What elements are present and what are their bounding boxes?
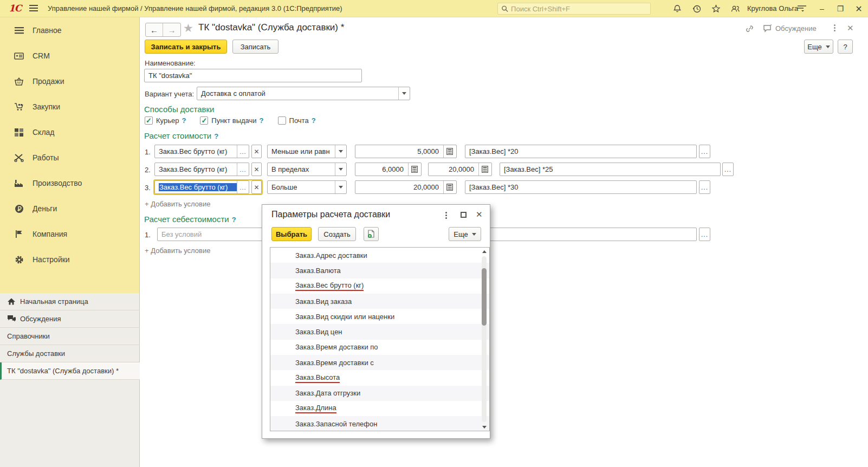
list-item[interactable]: Заказ.Вид заказа	[270, 294, 489, 309]
current-user[interactable]: Круглова Ольга	[747, 4, 798, 12]
chevron-down-icon[interactable]	[335, 163, 346, 176]
formula-field-1[interactable]: [Заказ.Вес] *20	[465, 145, 697, 158]
list-item[interactable]: Заказ.Вид скидки или наценки	[270, 309, 489, 324]
list-item[interactable]: Заказ.Запасной телефон	[270, 416, 489, 431]
select-button[interactable]: Выбрать	[271, 227, 312, 241]
condition-field-3[interactable]: Заказ.Вес брутто (кг) ...	[154, 180, 249, 194]
formula-choose-button[interactable]: ...	[722, 163, 734, 176]
list-item[interactable]: Заказ.Время доставки с	[270, 355, 489, 370]
name-field[interactable]: ТК "dostavka"	[144, 69, 362, 82]
calculator-icon[interactable]	[408, 163, 420, 176]
mail-help-icon[interactable]: ?	[312, 116, 316, 125]
chevron-down-icon[interactable]	[335, 145, 346, 158]
scroll-up-icon[interactable]	[482, 249, 487, 254]
footer-item-discussions[interactable]: Обсуждения	[0, 310, 140, 328]
value-to-field[interactable]: 20,0000	[428, 163, 492, 176]
sidebar-item-works[interactable]: Работы	[0, 147, 140, 168]
cost-price-help-icon[interactable]: ?	[232, 216, 236, 224]
copy-link-icon[interactable]	[746, 25, 754, 33]
footer-item-current-form-tab[interactable]: ТК "dostavka" (Служба доставки) *	[0, 362, 140, 380]
create-button[interactable]: Создать	[318, 227, 356, 241]
search-input[interactable]	[511, 5, 647, 13]
window-close-button[interactable]: ✕	[853, 3, 865, 14]
list-item[interactable]: Заказ.Вес брутто (кг)	[270, 278, 489, 294]
favorites-star-icon[interactable]	[710, 4, 721, 14]
sidebar-item-company[interactable]: Компания	[0, 223, 140, 245]
formula-choose-button[interactable]: ...	[699, 228, 710, 241]
account-variant-select[interactable]: Доставка с оплатой	[197, 87, 410, 100]
dialog-maximize-icon[interactable]	[461, 212, 467, 218]
value-field-1[interactable]: 5,0000	[355, 145, 457, 158]
clear-button[interactable]: ✕	[251, 163, 262, 176]
footer-item-delivery-services[interactable]: Службы доставки	[0, 345, 140, 362]
add-condition-link[interactable]: + Добавить условие	[145, 247, 210, 255]
service-menu-icon[interactable]	[796, 4, 807, 12]
pickup-help-icon[interactable]: ?	[260, 116, 264, 125]
calculator-icon[interactable]	[478, 163, 490, 176]
sidebar-item-money[interactable]: Деньги	[0, 198, 140, 219]
list-scrollbar[interactable]	[481, 249, 488, 430]
forward-button[interactable]: →	[163, 23, 180, 36]
sidebar-item-purchases[interactable]: Закупки	[0, 96, 140, 118]
history-icon[interactable]	[691, 4, 702, 14]
condition-field-1[interactable]: Заказ.Вес брутто (кг) ...	[154, 145, 249, 158]
minimize-button[interactable]: –	[816, 3, 828, 14]
sidebar-item-main[interactable]: Главное	[0, 20, 140, 41]
pickup-point-checkbox[interactable]: ✓Пункт выдачи?	[200, 116, 263, 125]
cost-calc-help-icon[interactable]: ?	[214, 132, 218, 140]
courier-help-icon[interactable]: ?	[182, 116, 186, 125]
list-item[interactable]: Заказ.Дата отгрузки	[270, 386, 489, 401]
add-condition-link[interactable]: + Добавить условие	[145, 200, 210, 208]
list-item[interactable]: Заказ.Вид цен	[270, 324, 489, 339]
sidebar-item-warehouse[interactable]: Склад	[0, 121, 140, 143]
footer-item-directories[interactable]: Справочники	[0, 328, 140, 345]
dialog-more-button[interactable]: Еще	[449, 227, 481, 241]
dialog-kebab-menu-icon[interactable]	[445, 212, 447, 219]
restore-button[interactable]: ❐	[834, 3, 846, 14]
list-item[interactable]: Заказ.Валюта	[270, 263, 489, 278]
operator-select-3[interactable]: Больше	[267, 180, 347, 194]
sidebar-item-settings[interactable]: Настройки	[0, 249, 140, 270]
list-item[interactable]: Заказ.Длина	[270, 401, 489, 416]
back-button[interactable]: ←	[146, 23, 163, 36]
choose-button[interactable]: ...	[237, 145, 249, 158]
help-button[interactable]: ?	[838, 40, 853, 54]
value-field-3[interactable]: 20,0000	[355, 180, 457, 194]
users-icon[interactable]	[730, 4, 741, 14]
choose-button[interactable]: ...	[237, 163, 249, 176]
formula-choose-button[interactable]: ...	[699, 145, 710, 158]
formula-field-3[interactable]: [Заказ.Вес] *30	[465, 180, 697, 194]
scroll-down-icon[interactable]	[482, 424, 487, 430]
notifications-bell-icon[interactable]	[672, 4, 683, 14]
global-search[interactable]	[497, 3, 651, 15]
value-from-field[interactable]: 6,0000	[355, 163, 422, 176]
favorite-star-icon[interactable]: ★	[183, 22, 193, 35]
chevron-down-icon[interactable]	[335, 181, 346, 193]
condition-field-2[interactable]: Заказ.Вес брутто (кг) ...	[154, 163, 249, 176]
list-item[interactable]: Заказ.Время доставки по	[270, 340, 489, 355]
save-button[interactable]: Записать	[232, 40, 278, 54]
mail-checkbox[interactable]: ✓Почта?	[278, 116, 316, 125]
chevron-down-icon[interactable]	[398, 87, 410, 100]
create-group-button[interactable]	[364, 227, 379, 241]
more-button[interactable]: Еще	[804, 40, 833, 54]
sidebar-item-production[interactable]: Производство	[0, 172, 140, 194]
save-and-close-button[interactable]: Записать и закрыть	[145, 40, 227, 54]
operator-select-1[interactable]: Меньше или равн	[267, 145, 347, 158]
main-menu-icon[interactable]	[29, 5, 38, 12]
sidebar-item-sales[interactable]: Продажи	[0, 70, 140, 92]
calculator-icon[interactable]	[443, 181, 455, 193]
form-kebab-menu-icon[interactable]	[834, 24, 835, 31]
discussion-label[interactable]: Обсуждение	[775, 24, 817, 33]
sidebar-item-crm[interactable]: CRM	[0, 45, 140, 67]
choose-button[interactable]: ...	[237, 181, 249, 193]
footer-item-home[interactable]: Начальная страница	[0, 293, 140, 310]
clear-button[interactable]: ✕	[251, 145, 262, 158]
list-item[interactable]: Заказ.Адрес доставки	[270, 248, 489, 263]
form-close-icon[interactable]: ✕	[847, 23, 854, 33]
list-item[interactable]: Заказ.Высота	[270, 370, 489, 385]
operator-select-2[interactable]: В пределах	[267, 163, 347, 176]
1c-logo[interactable]: 1С	[9, 3, 21, 14]
calculator-icon[interactable]	[443, 145, 455, 158]
formula-field-2[interactable]: [Заказ.Вес] *25	[500, 163, 721, 176]
